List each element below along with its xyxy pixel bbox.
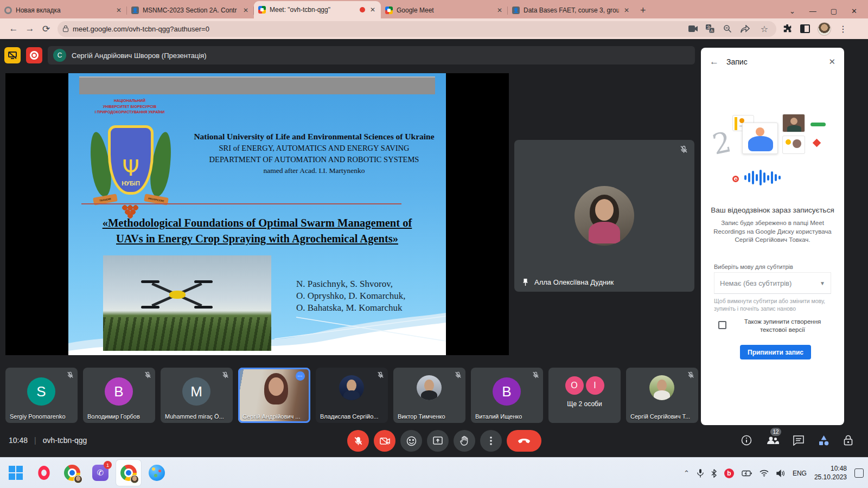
tray-wifi-icon[interactable]	[760, 470, 769, 477]
back-button[interactable]: ←	[5, 23, 22, 34]
activities-icon[interactable]	[818, 435, 829, 446]
more-options-button[interactable]	[480, 430, 502, 452]
tab-close-icon[interactable]: ✕	[496, 7, 503, 14]
url-text[interactable]: meet.google.com/ovh-tcbn-qgg?authuser=0	[73, 25, 684, 33]
reactions-button[interactable]	[400, 430, 422, 452]
participant-name: Виктор Тимченко	[398, 413, 445, 420]
participant-tile-strip: S Sergiy Ponomarenko B Володимир Горбов …	[5, 368, 700, 423]
address-bar[interactable]: meet.google.com/ovh-tcbn-qgg?authuser=0 …	[58, 21, 776, 37]
present-screen-button[interactable]	[427, 430, 449, 452]
reload-button[interactable]: ⟳	[38, 23, 54, 35]
tab-title: Новая вкладка	[16, 7, 111, 14]
presentation-warning-button[interactable]	[4, 47, 21, 63]
taskbar-chrome-active[interactable]	[116, 460, 141, 486]
participant-tile[interactable]: M Muhammed miraç Ö...	[161, 368, 233, 423]
window-minimize-button[interactable]: —	[809, 7, 816, 15]
browser-profile-avatar[interactable]	[818, 22, 831, 36]
tile-menu-icon[interactable]: ⋯	[296, 371, 305, 381]
share-icon[interactable]	[741, 25, 754, 33]
host-controls-icon[interactable]	[844, 435, 853, 446]
mic-off-icon	[687, 371, 694, 378]
chat-icon[interactable]	[793, 435, 804, 446]
raise-hand-button[interactable]	[454, 430, 475, 452]
tray-battery-icon[interactable]	[742, 470, 752, 477]
pinned-participant-tile[interactable]: Алла Олексіївна Дудник	[514, 140, 694, 292]
tab-close-icon[interactable]: ✕	[623, 7, 630, 14]
taskbar-clock[interactable]: 10:48 25.10.2023	[814, 465, 847, 481]
tab-msnmc[interactable]: 👤 MSNMC-2023 Section 2A. Contr ✕	[127, 2, 254, 18]
chevron-down-icon: ▼	[820, 280, 825, 286]
tray-bluetooth-icon[interactable]	[711, 469, 717, 478]
taskbar-viber[interactable]: ✆ 1	[88, 460, 113, 486]
wheat-icon: Ψ	[122, 157, 139, 179]
lock-icon	[63, 28, 68, 32]
participant-tile[interactable]: B Володимир Горбов	[83, 368, 155, 423]
tab-close-icon[interactable]: ✕	[242, 7, 250, 14]
meeting-details-icon[interactable]	[741, 435, 752, 446]
tab-databases[interactable]: 👤 Data Bases FAET, course 3, grou ✕	[508, 2, 635, 18]
participant-overflow-tile[interactable]: O I Ще 2 особи	[548, 368, 621, 423]
recording-indicator-button[interactable]	[26, 47, 42, 63]
window-maximize-button[interactable]: ▢	[831, 7, 837, 15]
windows-logo-icon	[9, 466, 23, 480]
panel-close-icon[interactable]: ✕	[828, 57, 835, 67]
mic-toggle-button[interactable]	[347, 430, 369, 452]
tab-new-tab[interactable]: Новая вкладка ✕	[0, 2, 127, 18]
participant-name: Muhammed miraç Ö...	[165, 413, 224, 420]
participant-tile[interactable]: S Sergiy Ponomarenko	[5, 368, 78, 423]
taskbar-opera[interactable]	[31, 460, 56, 486]
bookmark-star-icon[interactable]: ☆	[758, 24, 771, 34]
participant-tile-active-speaker[interactable]: ⋯ Сергій Андрійович ...	[238, 368, 310, 423]
taskbar-time: 10:48	[814, 465, 847, 473]
forward-button[interactable]: →	[22, 23, 38, 34]
camera-permission-icon[interactable]	[688, 25, 701, 33]
profile-badge-avatar	[74, 475, 82, 484]
window-close-button[interactable]: ✕	[851, 7, 857, 15]
notification-center-icon[interactable]	[854, 468, 864, 478]
recording-illustration: 2	[716, 113, 829, 183]
taskbar-app[interactable]	[144, 460, 169, 486]
tray-chevron-icon[interactable]: ⌃	[684, 469, 690, 477]
participant-avatar	[417, 375, 442, 400]
subtitle-language-select[interactable]: Немає (без субтитрів) ▼	[714, 272, 831, 294]
meeting-code: ovh-tcbn-qgg	[43, 436, 87, 445]
stop-recording-button[interactable]: Припинити запис	[740, 345, 811, 359]
audio-waveform-icon	[744, 170, 781, 185]
start-button[interactable]	[3, 460, 28, 486]
tab-close-icon[interactable]: ✕	[369, 6, 376, 14]
participants-icon[interactable]: 12	[766, 435, 779, 445]
stop-transcript-checkbox[interactable]	[718, 321, 726, 329]
extensions-puzzle-icon[interactable]	[783, 24, 793, 34]
profile-badge-avatar	[130, 475, 139, 484]
tab-google-meet[interactable]: Google Meet ✕	[381, 2, 508, 18]
taskbar-chrome-profile1[interactable]	[60, 460, 85, 486]
end-call-button[interactable]	[507, 430, 541, 452]
tray-mic-icon[interactable]	[697, 469, 704, 478]
new-tab-button[interactable]: +	[640, 5, 646, 16]
panel-back-icon[interactable]: ←	[710, 56, 719, 67]
tray-beats-icon[interactable]: b	[724, 468, 734, 478]
drone-photo	[103, 255, 271, 351]
tab-search-chevron-icon[interactable]: ⌄	[789, 7, 795, 15]
participant-tile[interactable]: B Виталий Ищенко	[471, 368, 543, 423]
mic-off-icon	[144, 371, 151, 378]
record-dot-icon	[732, 176, 739, 182]
participant-name: Sergiy Ponomarenko	[10, 413, 66, 420]
meet-header: C Сергій Андрійович Шворов (Презентація)	[4, 46, 695, 65]
avatar-initial: B	[493, 377, 521, 406]
participant-tile[interactable]: Владислав Сергійо...	[316, 368, 388, 423]
participant-tile[interactable]: Сергій Сергійович Т...	[626, 368, 698, 423]
side-panel-icon[interactable]	[800, 24, 810, 33]
language-indicator[interactable]: ENG	[793, 470, 807, 477]
tray-volume-icon[interactable]	[776, 470, 785, 477]
translate-icon[interactable]: 文A	[706, 24, 719, 33]
browser-menu-kebab-icon[interactable]: ⋮	[839, 24, 847, 34]
camera-toggle-button[interactable]	[374, 430, 395, 452]
participant-tile[interactable]: Виктор Тимченко	[393, 368, 465, 423]
participant-name: Володимир Горбов	[87, 413, 140, 420]
tab-close-icon[interactable]: ✕	[115, 7, 123, 14]
mic-off-icon	[455, 371, 462, 378]
tab-meet-active[interactable]: Meet: "ovh-tcbn-qgg" ✕	[254, 1, 381, 18]
zoom-icon[interactable]	[723, 24, 736, 33]
presentation-slide: НАЦІОНАЛЬНИЙ УНІВЕРСИТЕТ БІОРЕСУРСІВ І П…	[68, 73, 446, 355]
